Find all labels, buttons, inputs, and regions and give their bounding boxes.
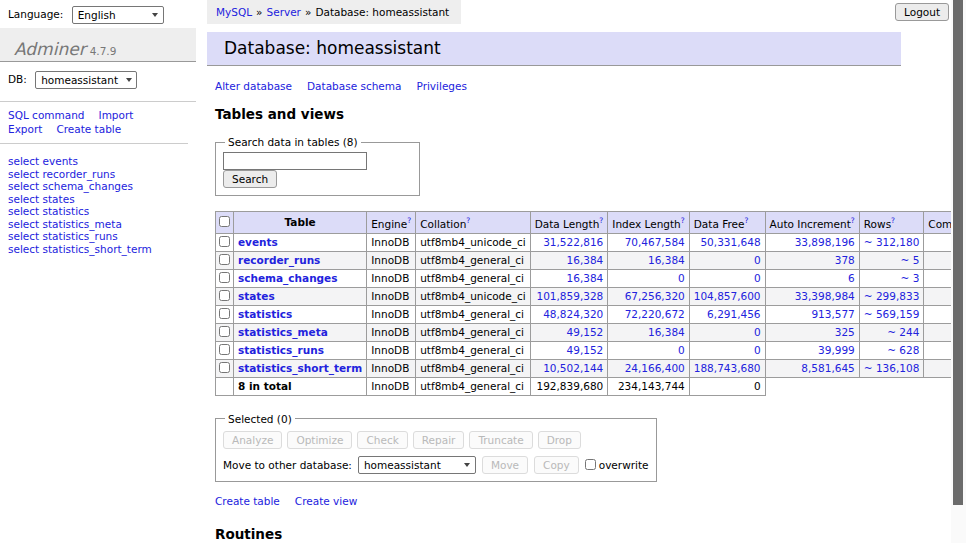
index-length-cell-link[interactable]: 16,384: [648, 326, 685, 338]
column-help-link[interactable]: ?: [891, 216, 895, 225]
table-link-statistics[interactable]: statistics: [238, 308, 292, 320]
data-length-cell-link[interactable]: 31,522,816: [543, 236, 603, 248]
sidebar-link-select-events[interactable]: select events: [8, 155, 78, 167]
search-input[interactable]: [223, 152, 367, 170]
rows-cell-link[interactable]: ~ 5: [901, 254, 920, 266]
breadcrumb-link[interactable]: MySQL: [216, 6, 252, 18]
rows-cell-link[interactable]: ~ 244: [887, 326, 919, 338]
drop-button[interactable]: Drop: [538, 431, 581, 449]
auto-increment-cell-link[interactable]: 39,999: [818, 344, 855, 356]
breadcrumb-link[interactable]: Server: [267, 6, 301, 18]
data-free-cell-link[interactable]: 188,743,680: [694, 362, 761, 374]
optimize-button[interactable]: Optimize: [287, 431, 352, 449]
logout-button[interactable]: Logout: [895, 3, 949, 21]
rows-cell-link[interactable]: ~ 3: [901, 272, 920, 284]
select-all-checkbox[interactable]: [219, 216, 230, 227]
column-help-link[interactable]: ?: [407, 216, 411, 225]
column-help-link[interactable]: ?: [681, 216, 685, 225]
column-help-link[interactable]: ?: [599, 216, 603, 225]
table-link-states[interactable]: states: [238, 290, 275, 302]
move-button[interactable]: Move: [482, 456, 528, 474]
data-length-cell-link[interactable]: 49,152: [567, 326, 604, 338]
index-length-cell-link[interactable]: 0: [678, 344, 685, 356]
column-help-link[interactable]: ?: [851, 216, 855, 225]
copy-button[interactable]: Copy: [534, 456, 579, 474]
analyze-button[interactable]: Analyze: [223, 431, 282, 449]
db-action-database-schema[interactable]: Database schema: [307, 80, 401, 92]
data-length-cell-link[interactable]: 48,824,320: [543, 308, 603, 320]
auto-increment-cell-link[interactable]: 378: [835, 254, 855, 266]
rows-cell-link[interactable]: ~ 569,159: [864, 308, 920, 320]
auto-increment-cell-link[interactable]: 33,398,984: [795, 290, 855, 302]
row-checkbox[interactable]: [219, 254, 230, 265]
repair-button[interactable]: Repair: [413, 431, 465, 449]
table-link-events[interactable]: events: [238, 236, 278, 248]
row-checkbox[interactable]: [219, 344, 230, 355]
data-length-cell-link[interactable]: 16,384: [567, 272, 604, 284]
index-length-cell-link[interactable]: 70,467,584: [625, 236, 685, 248]
column-help-link[interactable]: ?: [744, 216, 748, 225]
auto-increment-cell-link[interactable]: 33,898,196: [795, 236, 855, 248]
table-link-recorder_runs[interactable]: recorder_runs: [238, 254, 320, 266]
sidebar-link-select-statistics_meta[interactable]: select statistics_meta: [8, 218, 122, 230]
truncate-button[interactable]: Truncate: [469, 431, 532, 449]
link-create-table[interactable]: Create table: [215, 495, 280, 507]
sidebar-link-select-recorder_runs[interactable]: select recorder_runs: [8, 168, 115, 180]
data-free-cell-link[interactable]: 0: [754, 344, 761, 356]
sidebar-link-select-states[interactable]: select states: [8, 193, 75, 205]
sidebar-action-import[interactable]: Import: [99, 109, 134, 121]
row-checkbox[interactable]: [219, 290, 230, 301]
data-length-cell-link[interactable]: 16,384: [567, 254, 604, 266]
index-length-cell-link[interactable]: 16,384: [648, 254, 685, 266]
scrollbar[interactable]: [951, 0, 966, 543]
index-length-cell-link[interactable]: 67,256,320: [625, 290, 685, 302]
row-checkbox[interactable]: [219, 362, 230, 373]
data-free-cell-link[interactable]: 6,291,456: [707, 308, 760, 320]
move-database-select[interactable]: homeassistant: [358, 456, 476, 474]
index-length-cell-link[interactable]: 24,166,400: [625, 362, 685, 374]
rows-cell-link[interactable]: ~ 312,180: [864, 236, 920, 248]
auto-increment-cell-link[interactable]: 6: [848, 272, 855, 284]
scrollbar-thumb[interactable]: [953, 0, 963, 505]
row-checkbox[interactable]: [219, 326, 230, 337]
auto-increment-cell-link[interactable]: 8,581,645: [801, 362, 854, 374]
row-checkbox[interactable]: [219, 272, 230, 283]
rows-cell-link[interactable]: ~ 299,833: [864, 290, 920, 302]
table-link-statistics_runs[interactable]: statistics_runs: [238, 344, 324, 356]
data-free-cell-link[interactable]: 0: [754, 254, 761, 266]
sidebar-action-export[interactable]: Export: [8, 123, 42, 135]
data-length-cell-link[interactable]: 10,502,144: [543, 362, 603, 374]
language-select[interactable]: English: [72, 6, 164, 24]
table-link-statistics_meta[interactable]: statistics_meta: [238, 326, 328, 338]
table-link-schema_changes[interactable]: schema_changes: [238, 272, 338, 284]
check-button[interactable]: Check: [357, 431, 407, 449]
data-length-cell-link[interactable]: 49,152: [567, 344, 604, 356]
data-free-cell-link[interactable]: 104,857,600: [694, 290, 761, 302]
rows-cell-link[interactable]: ~ 628: [887, 344, 919, 356]
rows-cell-link[interactable]: ~ 136,108: [864, 362, 920, 374]
auto-increment-cell-link[interactable]: 913,577: [811, 308, 854, 320]
row-checkbox[interactable]: [219, 308, 230, 319]
row-checkbox[interactable]: [219, 236, 230, 247]
db-action-privileges[interactable]: Privileges: [416, 80, 467, 92]
data-free-cell-link[interactable]: 0: [754, 326, 761, 338]
index-length-cell-link[interactable]: 72,220,672: [625, 308, 685, 320]
sidebar-link-select-statistics_runs[interactable]: select statistics_runs: [8, 230, 118, 242]
table-link-statistics_short_term[interactable]: statistics_short_term: [238, 362, 362, 374]
sidebar-link-select-schema_changes[interactable]: select schema_changes: [8, 180, 133, 192]
index-length-cell-link[interactable]: 0: [678, 272, 685, 284]
data-length-cell-link[interactable]: 101,859,328: [536, 290, 603, 302]
db-action-alter-database[interactable]: Alter database: [215, 80, 292, 92]
link-create-view[interactable]: Create view: [295, 495, 357, 507]
search-button[interactable]: Search: [223, 170, 277, 188]
sidebar-link-select-statistics[interactable]: select statistics: [8, 205, 89, 217]
db-select[interactable]: homeassistant: [35, 71, 137, 89]
data-free-cell-link[interactable]: 50,331,648: [700, 236, 760, 248]
sidebar-action-create-table[interactable]: Create table: [56, 123, 121, 135]
sidebar-action-sql-command[interactable]: SQL command: [8, 109, 85, 121]
overwrite-checkbox[interactable]: [585, 459, 596, 470]
column-help-link[interactable]: ?: [466, 216, 470, 225]
data-free-cell-link[interactable]: 0: [754, 272, 761, 284]
auto-increment-cell-link[interactable]: 325: [835, 326, 855, 338]
sidebar-link-select-statistics_short_term[interactable]: select statistics_short_term: [8, 243, 152, 255]
